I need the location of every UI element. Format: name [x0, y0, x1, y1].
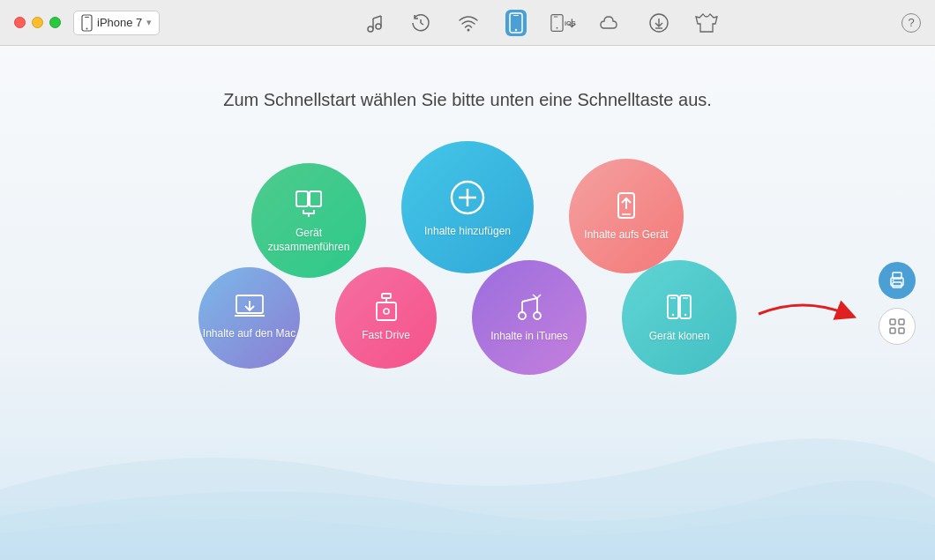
dropdown-arrow: ▾	[146, 17, 152, 28]
svg-rect-15	[553, 16, 557, 17]
music-icon[interactable]	[359, 9, 387, 37]
geraet-klonen-button[interactable]: Gerät klonen	[622, 260, 737, 375]
inhalte-auf-den-mac-button[interactable]: Inhalte auf den Mac	[198, 267, 300, 369]
minimize-button[interactable]	[32, 17, 43, 28]
svg-rect-36	[377, 302, 396, 320]
svg-point-39	[534, 312, 541, 319]
device-name: iPhone 7	[97, 16, 142, 29]
titlebar: iPhone 7 ▾	[0, 0, 935, 46]
toolbar: iOS	[177, 9, 901, 37]
inhalte-aufs-geraet-button[interactable]: Inhalte aufs Gerät	[569, 159, 684, 273]
tshirt-icon[interactable]	[692, 9, 721, 37]
subtitle: Zum Schnellstart wählen Sie bitte unten …	[223, 90, 712, 110]
svg-point-4	[376, 24, 381, 29]
device-icon[interactable]	[502, 9, 530, 37]
inhalte-auf-den-mac-label: Inhalte auf den Mac	[203, 327, 295, 341]
svg-line-42	[522, 298, 537, 302]
wifi-icon[interactable]	[454, 9, 482, 37]
svg-rect-53	[890, 319, 895, 325]
svg-point-10	[467, 28, 469, 31]
svg-rect-51	[893, 282, 901, 287]
svg-line-7	[373, 16, 381, 19]
fast-drive-button[interactable]: Fast Drive	[335, 267, 437, 369]
svg-point-52	[893, 280, 894, 281]
svg-point-16	[556, 26, 557, 28]
svg-rect-1	[85, 17, 89, 18]
inhalte-hinzufuegen-label: Inhalte hinzufügen	[424, 225, 511, 239]
main-content: Zum Schnellstart wählen Sie bitte unten …	[0, 46, 935, 560]
inhalte-hinzufuegen-button[interactable]: Inhalte hinzufügen	[401, 141, 534, 273]
device-selector[interactable]: iPhone 7 ▾	[73, 11, 160, 35]
phone-upload-icon	[610, 190, 642, 223]
svg-point-37	[384, 309, 389, 314]
drive-icon	[373, 292, 400, 324]
phone-small-icon	[81, 14, 93, 32]
add-icon	[445, 175, 490, 220]
inhalte-in-itunes-button[interactable]: Inhalte in iTunes	[472, 260, 587, 375]
quick-actions: Gerätzusammenführen Inhalte hinzufügen	[71, 137, 864, 375]
print-button[interactable]	[879, 262, 916, 299]
geraet-klonen-label: Gerät klonen	[649, 330, 710, 344]
actions-row-2: Inhalte auf den Mac Fast Drive	[198, 260, 737, 375]
maximize-button[interactable]	[49, 17, 61, 28]
svg-point-38	[519, 312, 526, 319]
wave-background	[0, 384, 935, 560]
svg-rect-55	[890, 328, 895, 333]
download-icon[interactable]	[645, 9, 673, 37]
svg-point-13	[514, 28, 516, 30]
side-panel	[879, 262, 916, 345]
svg-rect-34	[382, 294, 391, 298]
actions-row-1: Gerätzusammenführen Inhalte hinzufügen	[251, 137, 684, 278]
grid-view-button[interactable]	[879, 308, 916, 345]
svg-rect-54	[899, 319, 904, 325]
close-button[interactable]	[14, 17, 26, 28]
restore-icon[interactable]	[407, 9, 435, 37]
svg-point-46	[672, 314, 674, 316]
cloud-icon[interactable]	[597, 9, 625, 37]
svg-rect-12	[513, 15, 519, 16]
geraet-zusammenfuehren-label: Gerätzusammenführen	[268, 227, 350, 254]
fast-drive-label: Fast Drive	[362, 329, 410, 343]
svg-point-2	[86, 27, 88, 29]
svg-point-48	[684, 314, 686, 316]
svg-rect-23	[310, 191, 321, 206]
svg-point-3	[368, 26, 373, 32]
merge-icon	[291, 186, 326, 221]
svg-line-9	[421, 23, 423, 25]
clone-icon	[661, 291, 698, 325]
svg-rect-14	[551, 14, 563, 31]
inhalte-aufs-geraet-label: Inhalte aufs Gerät	[584, 228, 668, 243]
help-button[interactable]: ?	[901, 13, 921, 33]
inhalte-in-itunes-label: Inhalte in iTunes	[490, 330, 568, 344]
mac-download-icon	[233, 294, 266, 322]
arrow-indicator	[750, 287, 864, 340]
svg-rect-22	[296, 191, 308, 206]
ios-update-icon[interactable]: iOS	[550, 9, 578, 37]
svg-rect-56	[899, 328, 904, 333]
traffic-lights	[14, 17, 61, 28]
itunes-sync-icon	[511, 291, 548, 325]
